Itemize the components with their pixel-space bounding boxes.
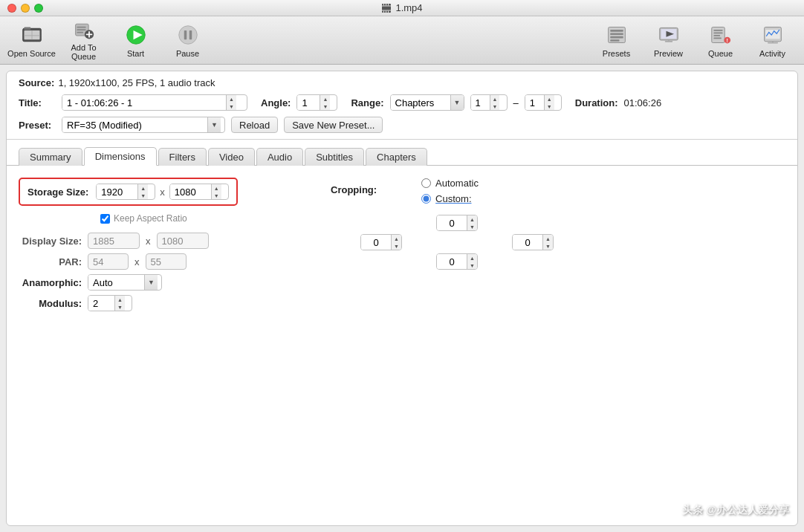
tab-video[interactable]: Video bbox=[208, 148, 255, 166]
preset-label: Preset: bbox=[19, 120, 56, 131]
modulus-down[interactable]: ▼ bbox=[115, 303, 125, 311]
storage-height-up[interactable]: ▲ bbox=[212, 184, 221, 192]
angle-stepper[interactable]: ▲ ▼ bbox=[296, 94, 337, 111]
crop-right-down[interactable]: ▼ bbox=[543, 242, 553, 250]
preset-input[interactable] bbox=[62, 117, 207, 132]
anamorphic-input[interactable] bbox=[88, 275, 144, 290]
tab-dimensions[interactable]: Dimensions bbox=[84, 147, 157, 166]
keep-aspect-row: Keep Aspect Ratio bbox=[100, 213, 301, 224]
add-to-queue-button[interactable]: Add To Queue bbox=[59, 20, 108, 61]
range-from-decrement[interactable]: ▼ bbox=[490, 103, 500, 110]
automatic-radio[interactable] bbox=[421, 178, 431, 188]
crop-right-stepper[interactable]: ▲ ▼ bbox=[512, 234, 554, 250]
range-arrow[interactable]: ▼ bbox=[450, 95, 464, 110]
anamorphic-dropdown[interactable]: ▼ bbox=[88, 274, 162, 291]
storage-width-down[interactable]: ▼ bbox=[138, 192, 148, 199]
preset-row: Preset: ▼ Reload Save New Preset... bbox=[7, 114, 797, 136]
close-button[interactable] bbox=[7, 4, 16, 13]
tab-subtitles[interactable]: Subtitles bbox=[305, 148, 364, 166]
tab-audio[interactable]: Audio bbox=[256, 148, 303, 166]
svg-text:!: ! bbox=[726, 38, 727, 43]
anamorphic-arrow[interactable]: ▼ bbox=[144, 275, 158, 290]
storage-width-stepper[interactable]: ▲ ▼ bbox=[96, 184, 155, 200]
range-dash: – bbox=[513, 97, 519, 108]
crop-bottom-up[interactable]: ▲ bbox=[467, 254, 477, 262]
storage-width-input[interactable] bbox=[97, 184, 137, 199]
save-preset-button[interactable]: Save New Preset... bbox=[284, 117, 383, 133]
storage-height-stepper[interactable]: ▲ ▼ bbox=[169, 184, 229, 200]
range-to-increment[interactable]: ▲ bbox=[545, 95, 554, 103]
dimensions-panel: Storage Size: ▲ ▼ x ▲ ▼ bbox=[7, 166, 797, 328]
crop-middle-row: ▲ ▼ ▲ ▼ bbox=[360, 234, 554, 250]
custom-radio[interactable] bbox=[421, 194, 431, 204]
tab-filters[interactable]: Filters bbox=[158, 148, 207, 166]
duration-label: Duration: bbox=[575, 97, 618, 108]
title-label: Title: bbox=[19, 97, 56, 108]
preset-dropdown[interactable]: ▼ bbox=[62, 117, 225, 133]
crop-bottom-down[interactable]: ▼ bbox=[467, 262, 477, 269]
storage-size-group: Storage Size: ▲ ▼ x ▲ ▼ bbox=[19, 178, 238, 206]
range-to-decrement[interactable]: ▼ bbox=[545, 103, 554, 110]
crop-top-input[interactable] bbox=[437, 215, 467, 230]
svg-rect-35 bbox=[668, 40, 670, 42]
keep-aspect-checkbox[interactable] bbox=[100, 214, 110, 224]
open-source-button[interactable]: Open Source bbox=[7, 20, 56, 61]
angle-increment[interactable]: ▲ bbox=[320, 95, 330, 103]
crop-left-down[interactable]: ▼ bbox=[392, 242, 401, 250]
crop-bottom-input[interactable] bbox=[437, 254, 467, 269]
par-row: PAR: x bbox=[19, 253, 301, 270]
crop-left-up[interactable]: ▲ bbox=[392, 235, 401, 242]
crop-top-down[interactable]: ▼ bbox=[467, 223, 477, 230]
range-to-stepper[interactable]: ▲ ▼ bbox=[525, 94, 562, 111]
tab-summary[interactable]: Summary bbox=[19, 148, 82, 166]
maximize-button[interactable] bbox=[34, 4, 43, 13]
angle-decrement[interactable]: ▼ bbox=[320, 103, 330, 110]
title-stepper[interactable]: ▲ ▼ bbox=[62, 94, 247, 111]
title-text: 1.mp4 bbox=[395, 2, 422, 13]
modulus-input[interactable] bbox=[88, 296, 114, 311]
preview-button[interactable]: Preview bbox=[644, 20, 693, 61]
start-button[interactable]: Start bbox=[111, 20, 160, 61]
storage-width-up[interactable]: ▲ bbox=[138, 184, 148, 192]
anamorphic-label: Anamorphic: bbox=[19, 277, 82, 288]
modulus-up[interactable]: ▲ bbox=[115, 296, 125, 303]
title-increment[interactable]: ▲ bbox=[227, 95, 236, 103]
range-from-increment[interactable]: ▲ bbox=[490, 95, 500, 103]
pause-button[interactable]: Pause bbox=[163, 20, 212, 61]
range-from-input[interactable] bbox=[471, 95, 490, 110]
range-to-input[interactable] bbox=[525, 95, 544, 110]
reload-button[interactable]: Reload bbox=[231, 117, 278, 133]
anamorphic-row: Anamorphic: ▼ bbox=[19, 274, 301, 291]
tab-chapters[interactable]: Chapters bbox=[366, 148, 427, 166]
crop-top-up[interactable]: ▲ bbox=[467, 215, 477, 223]
queue-icon: ! bbox=[709, 23, 733, 47]
svg-rect-16 bbox=[77, 29, 85, 30]
crop-left-input[interactable] bbox=[361, 235, 391, 250]
title-input[interactable] bbox=[62, 95, 226, 110]
title-decrement[interactable]: ▼ bbox=[227, 103, 236, 110]
crop-left-stepper[interactable]: ▲ ▼ bbox=[360, 234, 402, 250]
par-x-sep: x bbox=[134, 256, 140, 267]
storage-x-sep: x bbox=[160, 186, 165, 198]
preview-label: Preview bbox=[654, 49, 683, 58]
crop-bottom-stepper[interactable]: ▲ ▼ bbox=[436, 253, 478, 270]
storage-height-input[interactable] bbox=[170, 184, 211, 199]
preset-arrow[interactable]: ▼ bbox=[207, 117, 221, 132]
crop-right-up[interactable]: ▲ bbox=[543, 235, 553, 242]
presets-button[interactable]: Presets bbox=[592, 20, 641, 61]
modulus-stepper[interactable]: ▲ ▼ bbox=[88, 295, 132, 311]
open-source-icon bbox=[20, 23, 44, 47]
svg-rect-10 bbox=[24, 27, 30, 30]
range-from-stepper[interactable]: ▲ ▼ bbox=[470, 94, 508, 111]
svg-rect-24 bbox=[184, 30, 187, 39]
activity-button[interactable]: Activity bbox=[748, 20, 797, 61]
source-row: Source: 1, 1920x1100, 25 FPS, 1 audio tr… bbox=[7, 71, 797, 91]
range-value[interactable] bbox=[391, 95, 450, 110]
angle-input[interactable] bbox=[297, 95, 320, 110]
crop-right-input[interactable] bbox=[513, 235, 542, 250]
storage-height-down[interactable]: ▼ bbox=[212, 192, 221, 199]
range-dropdown[interactable]: ▼ bbox=[390, 94, 464, 111]
minimize-button[interactable] bbox=[21, 4, 30, 13]
crop-top-stepper[interactable]: ▲ ▼ bbox=[436, 215, 478, 231]
queue-button[interactable]: ! Queue bbox=[696, 20, 745, 61]
